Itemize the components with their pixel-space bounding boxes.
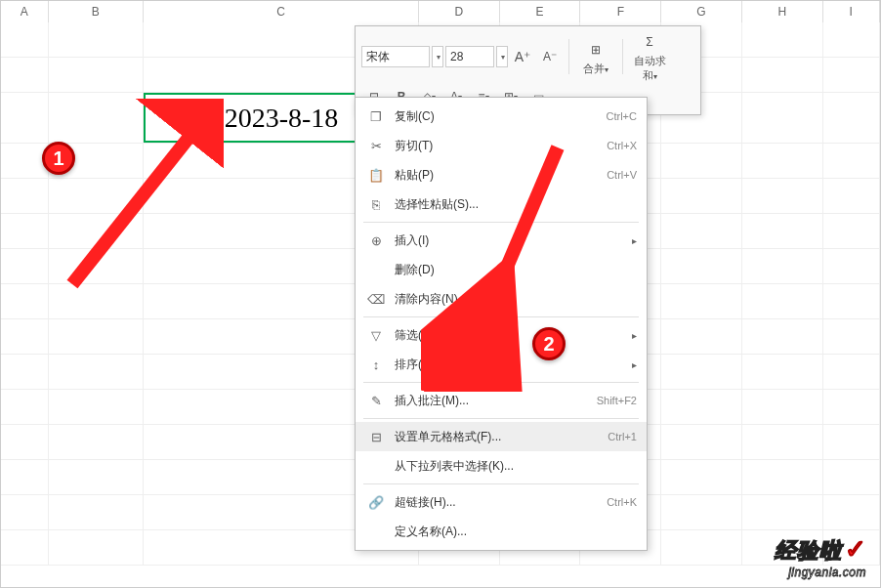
font-name-select[interactable]: 宋体 [361, 46, 430, 67]
cell-B3[interactable] [49, 93, 144, 143]
callout-marker-2: 2 [532, 327, 566, 360]
menu-insert-comment[interactable]: ✎ 插入批注(M)... Shift+F2 [356, 386, 647, 415]
watermark: 经验啦 ✓ jingyanla.com [775, 534, 866, 579]
merge-cells-icon[interactable]: ⊞ [583, 38, 608, 62]
col-header-D[interactable]: D [419, 1, 500, 22]
menu-insert[interactable]: ⊕ 插入(I) ▸ [356, 226, 647, 255]
watermark-main: 经验啦 [775, 538, 842, 563]
cell-I3[interactable] [823, 93, 880, 143]
font-size-value: 28 [450, 50, 463, 63]
menu-define-name[interactable]: 定义名称(A)... [356, 517, 647, 546]
col-header-C[interactable]: C [144, 1, 419, 22]
menu-filter[interactable]: ▽ 筛选(L) ▸ [356, 320, 647, 350]
comment-icon: ✎ [365, 392, 387, 409]
decrease-font-icon[interactable]: A⁻ [537, 45, 563, 68]
increase-font-icon[interactable]: A⁺ [510, 45, 535, 68]
font-size-select[interactable]: 28 [445, 46, 494, 67]
font-size-dropdown-icon[interactable]: ▾ [496, 46, 508, 67]
submenu-arrow-icon: ▸ [632, 235, 637, 246]
col-header-H[interactable]: H [742, 1, 823, 22]
menu-divider [363, 222, 639, 223]
submenu-arrow-icon: ▸ [632, 359, 637, 370]
autosum-label: 自动求和▾ [629, 54, 670, 83]
paste-icon: 📋 [365, 166, 387, 184]
callout-marker-1: 1 [42, 142, 75, 175]
font-name-value: 宋体 [366, 49, 390, 65]
submenu-arrow-icon: ▸ [632, 330, 637, 341]
menu-paste[interactable]: 📋 粘贴(P) Ctrl+V [356, 160, 647, 189]
menu-clear[interactable]: ⌫ 清除内容(N) [356, 284, 647, 314]
cell-A3[interactable] [1, 93, 49, 143]
col-header-B[interactable]: B [49, 1, 144, 22]
col-header-I[interactable]: I [823, 1, 880, 22]
menu-copy[interactable]: ❐ 复制(C) Ctrl+C [356, 102, 647, 131]
menu-hyperlink[interactable]: 🔗 超链接(H)... Ctrl+K [356, 487, 647, 517]
cell-H3[interactable] [742, 93, 823, 143]
copy-icon: ❐ [365, 107, 387, 125]
cut-icon: ✂ [365, 137, 387, 154]
format-cells-icon: ⊟ [365, 428, 387, 445]
paste-special-icon: ⎘ [365, 195, 387, 213]
menu-cut[interactable]: ✂ 剪切(T) Ctrl+X [356, 131, 647, 160]
menu-sort[interactable]: ↕ 排序(U) ▸ [356, 350, 647, 379]
font-name-dropdown-icon[interactable]: ▾ [432, 46, 443, 67]
column-headers: A B C D E F G H I [1, 1, 880, 22]
merge-label: 合并▾ [575, 62, 616, 76]
autosum-icon[interactable]: Σ [637, 30, 662, 54]
col-header-A[interactable]: A [1, 1, 49, 22]
clear-icon: ⌫ [365, 290, 387, 308]
checkmark-icon: ✓ [845, 534, 866, 564]
context-menu: ❐ 复制(C) Ctrl+C ✂ 剪切(T) Ctrl+X 📋 粘贴(P) Ct… [355, 97, 648, 551]
watermark-sub: jingyanla.com [775, 566, 866, 579]
col-header-F[interactable]: F [580, 1, 661, 22]
col-header-E[interactable]: E [500, 1, 581, 22]
menu-divider [363, 483, 639, 484]
menu-divider [363, 382, 639, 383]
filter-icon: ▽ [365, 326, 387, 344]
menu-format-cells[interactable]: ⊟ 设置单元格格式(F)... Ctrl+1 [356, 422, 647, 451]
hyperlink-icon: 🔗 [365, 493, 387, 511]
insert-icon: ⊕ [365, 231, 387, 249]
menu-paste-special[interactable]: ⎘ 选择性粘贴(S)... [356, 189, 647, 219]
menu-divider [363, 316, 639, 317]
menu-delete[interactable]: 删除(D) [356, 255, 647, 284]
menu-divider [363, 418, 639, 419]
col-header-G[interactable]: G [661, 1, 742, 22]
menu-pick-from-list[interactable]: 从下拉列表中选择(K)... [356, 451, 647, 481]
sort-icon: ↕ [365, 356, 387, 373]
